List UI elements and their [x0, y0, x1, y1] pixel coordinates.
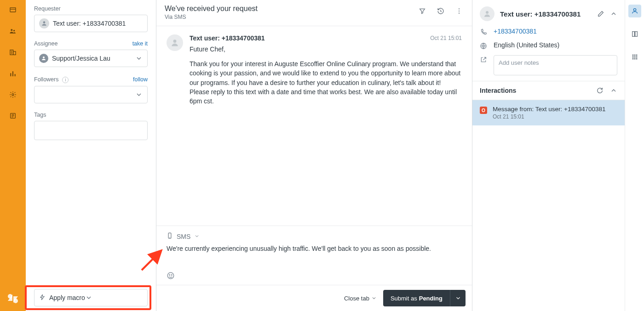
svg-rect-25 [636, 55, 637, 56]
assignee-value: Support/Jessica Lau [52, 55, 110, 62]
nav-reporting[interactable] [7, 68, 18, 79]
svg-point-12 [459, 8, 460, 9]
svg-point-2 [13, 30, 15, 31]
emoji-icon[interactable] [167, 274, 175, 281]
chevron-down-icon[interactable] [194, 233, 200, 240]
svg-point-13 [459, 11, 460, 11]
user-name: Text user: +18334700381 [500, 10, 592, 18]
chevron-down-icon [371, 295, 377, 301]
requester-value: Text user: +18334700381 [53, 20, 126, 27]
nav-admin[interactable] [7, 89, 18, 100]
svg-point-22 [633, 9, 636, 11]
user-avatar [480, 6, 494, 21]
message-greeting: Future Chef, [190, 45, 462, 53]
svg-rect-23 [632, 55, 633, 56]
interaction-title: Message from: Text user: +18334700381 [493, 106, 606, 113]
interactions-heading: Interactions [480, 87, 516, 94]
status-badge: O [480, 107, 487, 114]
svg-rect-30 [634, 58, 635, 60]
message-avatar [167, 34, 183, 51]
apply-macro-highlight: Apply macro [34, 289, 148, 306]
user-language: English (United States) [494, 41, 559, 49]
history-icon[interactable] [436, 6, 445, 16]
product-nav-rail [0, 0, 26, 311]
svg-rect-0 [10, 8, 16, 12]
phone-icon [167, 232, 173, 240]
svg-point-8 [13, 299, 18, 303]
apps-rail [625, 0, 644, 311]
svg-point-14 [459, 13, 460, 14]
svg-point-20 [486, 11, 489, 14]
composer-textarea[interactable]: We're currently experiencing unusually h… [167, 245, 462, 267]
svg-rect-4 [13, 51, 16, 55]
globe-icon [480, 42, 488, 51]
svg-rect-27 [634, 57, 635, 58]
collapse-icon[interactable] [610, 87, 617, 94]
svg-point-17 [167, 272, 174, 279]
chevron-down-icon [135, 91, 143, 98]
submit-status: Pending [419, 295, 443, 302]
svg-point-9 [43, 21, 46, 23]
person-icon [39, 18, 49, 28]
composer-channel[interactable]: SMS [177, 233, 190, 240]
svg-point-5 [12, 94, 14, 96]
message-author: Text user: +18334700381 [190, 34, 265, 42]
submit-status-dropdown[interactable] [450, 290, 466, 306]
nav-customers[interactable] [7, 26, 18, 37]
nav-org[interactable] [7, 47, 18, 58]
close-tab-label: Close tab [344, 295, 369, 302]
follow-link[interactable]: follow [133, 76, 148, 83]
assignee-field[interactable]: Support/Jessica Lau [34, 50, 148, 67]
nav-inbox[interactable] [7, 5, 18, 16]
apply-macro-label: Apply macro [49, 294, 85, 301]
conversation-panel: We've received your request Via SMS Text… [156, 0, 472, 311]
ticket-properties-panel: Requester Text user: +18334700381 Assign… [26, 0, 156, 311]
message-timestamp: Oct 21 15:01 [430, 35, 462, 41]
phone-icon [480, 28, 488, 37]
submit-button[interactable]: Submit as Pending [383, 290, 450, 306]
apps-knowledge-tab[interactable] [628, 28, 641, 40]
requester-label: Requester [34, 6, 61, 12]
ticket-channel: Via SMS [165, 14, 258, 20]
user-notes-input[interactable]: Add user notes [494, 55, 617, 75]
svg-point-1 [11, 29, 12, 31]
zendesk-logo[interactable] [7, 293, 19, 305]
more-icon[interactable] [454, 6, 464, 16]
chevron-down-icon [455, 295, 461, 301]
interaction-time: Oct 21 15:01 [493, 113, 606, 120]
close-tab-button[interactable]: Close tab [344, 295, 377, 302]
apply-macro-field[interactable]: Apply macro [34, 289, 148, 306]
svg-rect-28 [636, 57, 637, 58]
apps-user-tab[interactable] [628, 5, 641, 17]
svg-point-7 [8, 294, 12, 299]
tags-field[interactable] [34, 121, 148, 140]
apps-grid-tab[interactable] [628, 51, 641, 63]
tags-label: Tags [34, 112, 46, 118]
macro-icon [39, 294, 49, 302]
followers-label: Followers [34, 76, 59, 83]
info-icon[interactable]: i [62, 77, 69, 83]
chevron-down-icon [135, 55, 143, 62]
requester-field[interactable]: Text user: +18334700381 [34, 15, 148, 32]
svg-point-18 [169, 275, 170, 276]
filter-icon[interactable] [418, 6, 427, 16]
ticket-subject: We've received your request [165, 5, 258, 13]
message-body: Thank you for your interest in Auguste E… [190, 59, 462, 106]
interaction-item[interactable]: O Message from: Text user: +18334700381 … [472, 100, 625, 125]
svg-point-19 [172, 275, 172, 276]
user-phone-link[interactable]: +18334700381 [494, 28, 537, 35]
external-link-icon[interactable] [480, 56, 488, 64]
assignee-label: Assignee [34, 40, 58, 47]
agent-icon [39, 54, 48, 63]
svg-rect-26 [632, 57, 633, 58]
svg-rect-29 [632, 58, 633, 60]
nav-app[interactable] [7, 110, 18, 121]
refresh-icon[interactable] [596, 87, 604, 94]
followers-field[interactable] [34, 86, 148, 103]
svg-point-15 [173, 40, 177, 43]
take-it-link[interactable]: take it [132, 40, 148, 47]
context-panel: Text user: +18334700381 +18334700381 Eng… [472, 0, 625, 311]
edit-icon[interactable] [597, 10, 604, 17]
collapse-icon[interactable] [610, 10, 617, 17]
reply-composer: SMS We're currently experiencing unusual… [156, 226, 472, 285]
